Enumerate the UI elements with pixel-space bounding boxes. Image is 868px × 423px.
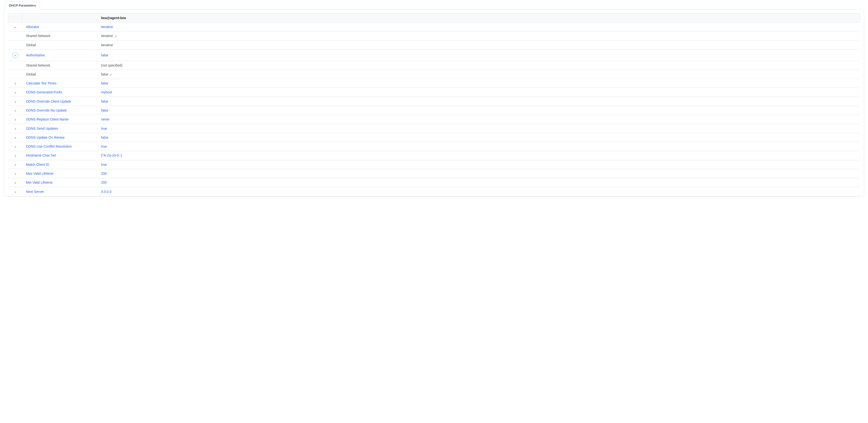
param-name: DDNS Replace Client Name (22, 115, 97, 124)
param-value-link[interactable]: false (101, 99, 108, 103)
param-name-link[interactable]: Hostname Char Set (26, 154, 56, 157)
table-row: Match Client IDtrue (8, 160, 860, 169)
expand-toggle[interactable] (8, 133, 22, 142)
table-row: Calculate Tee Timesfalse (8, 79, 860, 88)
param-name-link[interactable]: DDNS Use Conflict Resolution (26, 144, 72, 148)
collapse-toggle[interactable] (8, 50, 22, 61)
param-value-link[interactable]: false (101, 108, 108, 112)
param-name: DDNS Override No Update (22, 106, 97, 115)
param-value: never (97, 115, 860, 124)
table-row: DDNS Override Client Updatefalse (8, 97, 860, 106)
param-name-link[interactable]: DDNS Override Client Update (26, 99, 71, 103)
param-value-link[interactable]: false (101, 135, 108, 139)
child-spacer (8, 70, 22, 79)
param-value-link[interactable]: true (101, 163, 107, 166)
param-value-link[interactable]: false (101, 81, 108, 85)
param-value-link[interactable]: iterative (101, 25, 113, 29)
param-name-link[interactable]: Max Valid Lifetime (26, 171, 54, 175)
param-name-link[interactable]: Authoritative (26, 53, 45, 57)
table-child-row: Shared Network(not specified) (8, 61, 860, 70)
child-param-value-text: iterative (101, 43, 113, 47)
param-name-link[interactable]: Allocator (26, 25, 39, 29)
table-row: DDNS Replace Client Namenever (8, 115, 860, 124)
param-name-link[interactable]: Min Valid Lifetime (26, 181, 53, 185)
table-row: Min Valid Lifetime200 (8, 178, 860, 187)
param-name-link[interactable]: DDNS Generated Prefix (26, 90, 62, 94)
dhcp-parameters-panel: kea@agent-kea AllocatoriterativeShared N… (4, 9, 864, 196)
expand-toggle[interactable] (8, 124, 22, 133)
param-value-link[interactable]: 0.0.0.0 (101, 190, 112, 194)
param-name-link[interactable]: DDNS Override No Update (26, 108, 67, 112)
expand-toggle[interactable] (8, 142, 22, 151)
param-value-link[interactable]: 200 (101, 181, 107, 185)
param-name: DDNS Use Conflict Resolution (22, 142, 97, 151)
child-param-name: Global (22, 40, 97, 50)
param-name: Hostname Char Set (22, 151, 97, 160)
focused-toggle[interactable] (12, 52, 19, 58)
param-value: false (97, 50, 860, 61)
param-value-link[interactable]: true (101, 127, 107, 130)
child-param-name: Shared Network (22, 61, 97, 70)
param-value: false (97, 97, 860, 106)
child-param-value-text: false (101, 72, 108, 76)
table-child-row: Globaliterative (8, 40, 860, 50)
param-name-link[interactable]: Calculate Tee Times (26, 81, 57, 85)
param-value-link[interactable]: true (101, 144, 107, 148)
param-value: 200 (97, 178, 860, 187)
param-value: false (97, 133, 860, 142)
param-name: DDNS Send Updates (22, 124, 97, 133)
table-row: DDNS Send Updatestrue (8, 124, 860, 133)
expand-toggle[interactable] (8, 115, 22, 124)
child-param-name: Global (22, 70, 97, 79)
param-value: [^A-Za-z0-9.-] (97, 151, 860, 160)
expand-toggle[interactable] (8, 151, 22, 160)
table-row: DDNS Generated Prefixmyhost (8, 88, 860, 97)
child-spacer (8, 61, 22, 70)
table-row: Allocatoriterative (8, 23, 860, 31)
param-value: 200 (97, 169, 860, 178)
header-blank (8, 13, 22, 23)
expand-toggle[interactable] (8, 169, 22, 178)
param-value-link[interactable]: [^A-Za-z0-9.-] (101, 154, 122, 157)
param-value-link[interactable]: myhost (101, 90, 112, 94)
table-child-row: Globalfalse (8, 70, 860, 79)
param-name: DDNS Generated Prefix (22, 88, 97, 97)
param-value: false (97, 79, 860, 88)
param-name-link[interactable]: Next Server (26, 190, 44, 194)
parameters-table: kea@agent-kea AllocatoriterativeShared N… (8, 13, 860, 196)
expand-toggle[interactable] (8, 160, 22, 169)
child-param-value-text: iterative (101, 34, 113, 38)
param-value: false (97, 106, 860, 115)
param-name-link[interactable]: DDNS Send Updates (26, 127, 58, 130)
table-row: Authoritativefalse (8, 50, 860, 61)
param-name: DDNS Override Client Update (22, 97, 97, 106)
param-value-link[interactable]: 200 (101, 171, 107, 175)
table-child-row: Shared Networkiterative (8, 31, 860, 40)
param-value-link[interactable]: never (101, 117, 110, 121)
expand-toggle[interactable] (8, 97, 22, 106)
header-param-name (22, 13, 97, 23)
expand-toggle[interactable] (8, 106, 22, 115)
table-row: DDNS Use Conflict Resolutiontrue (8, 142, 860, 151)
param-value: 0.0.0.0 (97, 187, 860, 196)
tab-dhcp-parameters[interactable]: DHCP Parameters (5, 1, 40, 9)
param-value: myhost (97, 88, 860, 97)
param-name-link[interactable]: DDNS Replace Client Name (26, 117, 69, 121)
table-row: DDNS Override No Updatefalse (8, 106, 860, 115)
child-spacer (8, 31, 22, 40)
table-row: Max Valid Lifetime200 (8, 169, 860, 178)
param-name: DDNS Update On Renew (22, 133, 97, 142)
expand-toggle[interactable] (8, 88, 22, 97)
param-value: iterative (97, 23, 860, 31)
expand-toggle[interactable] (8, 178, 22, 187)
collapse-toggle[interactable] (8, 23, 22, 31)
param-name-link[interactable]: Match Client ID (26, 163, 50, 166)
check-icon (109, 73, 113, 76)
param-name-link[interactable]: DDNS Update On Renew (26, 135, 65, 139)
expand-toggle[interactable] (8, 79, 22, 88)
param-value-link[interactable]: false (101, 53, 108, 57)
table-row: DDNS Update On Renewfalse (8, 133, 860, 142)
param-name: Min Valid Lifetime (22, 178, 97, 187)
expand-toggle[interactable] (8, 187, 22, 196)
child-param-value: iterative (97, 31, 860, 40)
